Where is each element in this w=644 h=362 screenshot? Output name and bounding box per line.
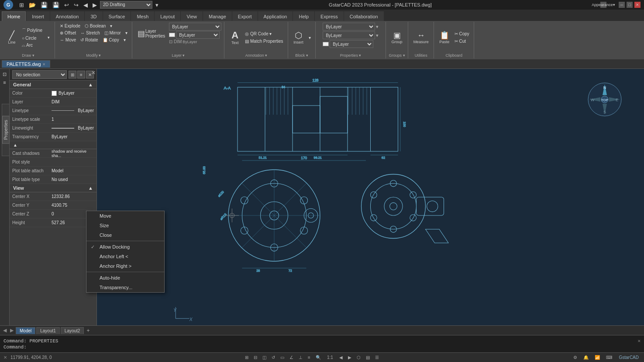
modify-copy-btn[interactable]: 📋 Copy [101, 37, 121, 43]
tab-3d[interactable]: 3D [85, 11, 102, 21]
annotation-text-btn[interactable]: A Text [227, 29, 242, 46]
paste-btn[interactable]: 📋 Paste [437, 30, 452, 45]
status-ortho-btn[interactable]: ◫ [262, 355, 267, 360]
layer-selector[interactable]: ByLayer [169, 23, 221, 31]
tab-collaboration[interactable]: Collaboration [344, 11, 384, 21]
tab-view[interactable]: View [181, 11, 203, 21]
qa-save2[interactable]: 💾 [51, 1, 61, 9]
modify-explode-btn[interactable]: ✕ Explode [58, 23, 82, 29]
layout-prev-btn[interactable]: ◀ [2, 328, 8, 333]
qa-new[interactable]: ⊞ [17, 1, 26, 9]
modify-stretch-btn[interactable]: ↔ Stretch [79, 30, 101, 36]
cmd-close-btn[interactable]: ✕ [637, 338, 641, 344]
section-more-general[interactable]: ▲ [10, 141, 96, 149]
prop-icon-1[interactable]: ⊞ [69, 71, 76, 79]
cut-btn[interactable]: ✂ Cut [453, 38, 471, 44]
tab-home[interactable]: Home [2, 11, 26, 21]
modify-offset-btn[interactable]: ⊕ Offset [58, 30, 78, 36]
match-props-btn[interactable]: ▤ Match Properties [243, 38, 285, 44]
tab-insert[interactable]: Insert [26, 11, 50, 21]
ctx-transparency[interactable]: Transparency... [86, 283, 164, 292]
prop-vert-label[interactable]: Properties [2, 116, 10, 144]
modify-boolean-btn[interactable]: ⬡ Boolean [83, 23, 107, 29]
modify-more3-btn[interactable]: ▾ [122, 37, 127, 43]
modify-rotate-btn[interactable]: ↺ Rotate [79, 37, 100, 43]
ctx-anchor-left[interactable]: Anchor Left < [86, 252, 164, 261]
layout-tab-model[interactable]: Model [16, 327, 35, 334]
status-polar-btn[interactable]: ↺ [271, 355, 276, 360]
props-bylayer-1[interactable]: ByLayer [323, 23, 375, 31]
qa-open[interactable]: 📂 [27, 1, 38, 9]
lv-btn-2[interactable]: ≡ [1, 79, 9, 86]
props-bylayer-3[interactable]: ByLayer [330, 40, 373, 48]
appearance-btn[interactable]: Appearance▾ [600, 2, 606, 8]
doc-tab-close[interactable]: × [43, 62, 45, 67]
canvas-area[interactable]: 128 84 [97, 69, 644, 325]
panel-close-btn[interactable]: ✕ [91, 70, 96, 76]
modify-mirror-btn[interactable]: ◫ Mirror [103, 30, 123, 36]
props-arrow2[interactable]: ▾ [376, 33, 379, 38]
ctx-close[interactable]: Close [86, 230, 164, 240]
layout-next-btn[interactable]: ▶ [9, 328, 15, 333]
draw-line-btn[interactable]: ╱ Line [4, 30, 19, 46]
status-zoom-out-btn[interactable]: ◀ [338, 355, 344, 360]
block-more-btn[interactable]: ▾ [307, 34, 313, 41]
status-osnap-btn[interactable]: ▭ [279, 355, 285, 360]
measure-btn[interactable]: ↔ Measure [411, 30, 431, 45]
win-maximize[interactable]: □ [627, 2, 633, 8]
prop-vert-tab[interactable]: Properties [2, 104, 10, 156]
qa-redo[interactable]: ↪ [72, 1, 80, 9]
draw-arc-btn[interactable]: ⌓ Arc [20, 42, 44, 49]
modify-more2-btn[interactable]: ▾ [124, 30, 129, 36]
doc-tab-palettes[interactable]: PALETTES.dwg × [2, 60, 50, 68]
status-model-icon[interactable]: ⬡ [356, 355, 362, 360]
win-close[interactable]: ✕ [634, 2, 641, 8]
status-zoom-in-btn[interactable]: ▶ [347, 355, 352, 360]
prop-icon-2[interactable]: ≡ [77, 71, 85, 79]
status-props-icon[interactable]: ▤ [365, 355, 371, 360]
ctx-allow-docking[interactable]: ✓ Allow Docking [86, 242, 164, 252]
ctx-size[interactable]: Size [86, 221, 164, 230]
status-lw-btn[interactable]: 🔍 [315, 355, 322, 360]
status-otrack-btn[interactable]: ∠ [289, 355, 294, 360]
props-bylayer-2[interactable]: ByLayer [323, 31, 375, 39]
qa-fwd[interactable]: ▶ [91, 1, 99, 9]
workspace-selector[interactable]: 2D Drafting [100, 1, 152, 9]
prop-selector[interactable]: No selection [12, 70, 67, 79]
group-btn[interactable]: ▣ Group [389, 30, 405, 45]
section-view[interactable]: View ▲ [10, 184, 96, 192]
close-status-btn[interactable]: ✕ [3, 355, 7, 360]
ctx-move[interactable]: Move [86, 211, 164, 221]
modify-move-btn[interactable]: ↔ Move [58, 37, 78, 43]
layout-add-btn[interactable]: + [85, 328, 91, 334]
win-minimize[interactable]: ─ [619, 2, 625, 8]
draw-polyline-btn[interactable]: ⌒ Polyline [20, 27, 44, 34]
layout-tab-layout2[interactable]: Layout2 [61, 327, 84, 334]
section-general[interactable]: General ▲ [10, 81, 96, 89]
tab-surface[interactable]: Surface [103, 11, 131, 21]
draw-circle-btn[interactable]: ○ Circle [20, 35, 44, 41]
tab-export[interactable]: Export [232, 11, 258, 21]
draw-dropdown-btn[interactable]: ▾ [45, 35, 52, 40]
status-dyn-btn[interactable]: ≡ [307, 355, 311, 360]
qr-code-btn[interactable]: ◎ QR Code ▾ [243, 31, 285, 37]
tab-layout[interactable]: Layout [155, 11, 180, 21]
status-grid-btn[interactable]: ⊞ [244, 355, 249, 360]
lv-btn-1[interactable]: ⊡ [1, 71, 9, 78]
layout-tab-layout1[interactable]: Layout1 [36, 327, 60, 334]
modify-more-btn[interactable]: ▾ [108, 23, 114, 29]
status-menu-icon[interactable]: ☰ [374, 355, 380, 360]
props-arrow1[interactable]: ▾ [376, 24, 379, 30]
insert-btn[interactable]: ⬡ Insert [291, 30, 306, 46]
status-ucs-btn[interactable]: ⊥ [298, 355, 303, 360]
copy-btn[interactable]: ✂ Copy [453, 31, 471, 37]
layer-properties-btn[interactable]: ▤ LayerProperties [135, 27, 168, 40]
status-settings-icon[interactable]: ⚙ [572, 355, 579, 360]
qa-dropdown[interactable]: ▾ [154, 1, 160, 9]
tab-manage[interactable]: Manage [203, 11, 232, 21]
qa-back[interactable]: ◀ [82, 1, 90, 9]
qa-undo[interactable]: ↩ [62, 1, 71, 9]
status-network-icon[interactable]: 📶 [593, 355, 601, 360]
tab-express[interactable]: Express [315, 11, 344, 21]
status-notify-icon[interactable]: 🔔 [582, 355, 590, 360]
